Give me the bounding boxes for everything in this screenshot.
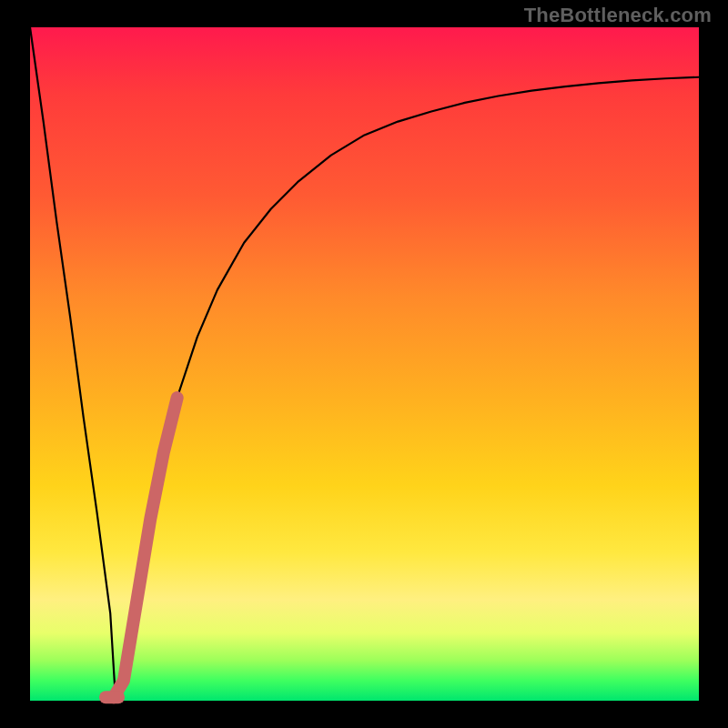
chart-svg (30, 27, 699, 701)
highlight-segment (114, 398, 177, 697)
chart-frame: TheBottleneck.com (0, 0, 728, 728)
bottleneck-curve (30, 27, 699, 701)
watermark-text: TheBottleneck.com (524, 4, 712, 27)
